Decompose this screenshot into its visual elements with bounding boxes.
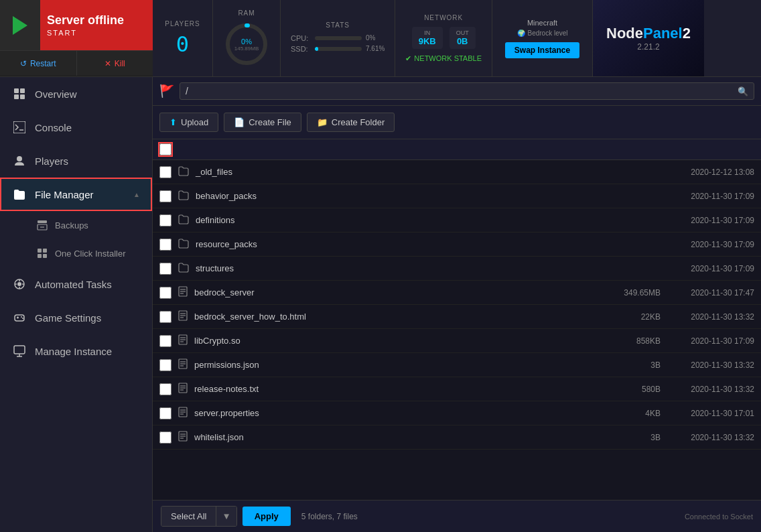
ram-label: RAM [238,9,255,17]
user-icon [12,153,27,168]
sidebar-item-file-manager[interactable]: File Manager ▲ [0,178,152,211]
manage-instance-label: Manage Instance [35,346,112,357]
file-name: structures [196,263,594,273]
network-stable-badge: ✔ NETWORK STABLE [405,54,482,63]
restart-icon: ↺ [20,59,27,68]
path-search-wrap[interactable]: 🔍 [180,82,754,100]
folder-file-icon [178,165,189,178]
sidebar-item-players[interactable]: Players [0,144,152,178]
select-all-checkbox[interactable] [159,143,171,155]
players-value: 0 [176,31,189,57]
file-name: definitions [196,215,594,225]
file-doc-icon [178,383,188,395]
kill-label: Kill [115,59,125,68]
ram-sub: 145.89MB [234,45,259,51]
automated-tasks-label: Automated Tasks [35,279,112,290]
network-out: OUT 0B [449,27,476,49]
file-checkbox[interactable] [159,431,171,444]
create-folder-label: Create Folder [332,117,385,127]
select-all-button[interactable]: Select All [161,507,216,526]
cpu-pct: 0% [366,34,375,42]
ssd-pct: 7.61% [366,45,385,52]
file-date: 2020-11-30 17:09 [661,336,754,346]
file-row: bedrock_server_how_to.html22KB2020-11-30… [153,305,761,329]
sidebar-item-console[interactable]: Console [0,111,152,144]
path-bar-icon: 🚩 [159,84,174,98]
file-checkbox[interactable] [159,166,171,178]
sidebar-item-one-click-installer[interactable]: One Click Installer [0,239,152,267]
file-checkbox[interactable] [159,263,171,275]
upload-button[interactable]: ⬆ Upload [159,113,218,132]
file-row: behavior_packs2020-11-30 17:09 [153,184,761,208]
cpu-label: CPU: [291,34,311,42]
file-size: 858KB [594,336,661,346]
kill-button[interactable]: ✕ Kill [77,50,153,76]
file-row: whitelist.json3B2020-11-30 13:32 [153,425,761,450]
select-all-dropdown-arrow[interactable]: ▼ [216,507,236,526]
file-doc-icon [178,286,188,299]
file-name: permissions.json [194,360,594,370]
file-checkbox[interactable] [159,383,171,395]
file-count: 5 folders, 7 files [301,512,358,521]
create-folder-button[interactable]: 📁 Create Folder [307,113,395,132]
file-date: 2020-11-30 17:09 [661,192,754,201]
file-row: resource_packs2020-11-30 17:09 [153,232,761,257]
minecraft-section: Minecraft 🌍 Bedrock level Swap Instance [492,0,593,76]
start-button[interactable] [0,0,40,50]
connected-status: Connected to Socket [685,513,753,521]
players-label: PLAYERS [165,20,200,27]
ram-pct: 0% [234,37,259,45]
file-checkbox[interactable] [159,311,171,323]
terminal-icon [12,120,27,135]
sidebar-item-automated-tasks[interactable]: Automated Tasks [0,267,152,301]
file-checkbox[interactable] [159,335,171,347]
file-checkbox[interactable] [159,359,171,371]
apply-button[interactable]: Apply [243,507,291,526]
file-checkbox[interactable] [159,287,171,299]
backups-label: Backups [55,220,88,230]
file-checkbox[interactable] [159,190,171,202]
file-date: 2020-11-30 17:09 [661,216,754,225]
swap-instance-button[interactable]: Swap Instance [505,42,579,58]
sidebar: Overview Console Players [0,77,153,532]
file-row: libCrypto.so858KB2020-11-30 17:09 [153,329,761,353]
folder-file-icon [178,190,189,202]
instance-icon [12,344,27,358]
file-checkbox[interactable] [159,407,171,419]
bedrock-icon: 🌍 [517,29,525,37]
server-offline-text: Server offline [47,13,124,27]
svg-rect-12 [38,249,42,253]
file-name: bedrock_server_how_to.html [194,312,594,322]
file-row: release-notes.txt580B2020-11-30 13:32 [153,377,761,401]
sidebar-item-overview[interactable]: Overview [0,77,152,111]
sidebar-item-manage-instance[interactable]: Manage Instance [0,334,152,368]
ssd-row: SSD: 7.61% [291,45,385,53]
collapse-icon: ▲ [133,191,140,198]
restart-button[interactable]: ↺ Restart [0,50,77,76]
file-name: release-notes.txt [194,384,594,394]
svg-rect-15 [43,254,47,258]
svg-point-26 [22,318,23,319]
sidebar-item-backups[interactable]: Backups [0,211,152,239]
file-checkbox[interactable] [159,214,171,226]
restart-label: Restart [30,59,56,68]
create-file-button[interactable]: 📄 Create File [224,113,301,132]
archive-icon [35,218,50,232]
automated-tasks-icon [12,277,27,291]
path-input[interactable] [186,86,734,96]
file-date: 2020-12-12 13:08 [661,168,754,177]
file-name: bedrock_server [194,287,594,297]
file-row: definitions2020-11-30 17:09 [153,208,761,232]
file-date: 2020-11-30 17:09 [661,264,754,273]
check-icon: ✔ [405,54,411,63]
svg-rect-27 [14,346,25,354]
network-stable-label: NETWORK STABLE [414,54,482,62]
svg-rect-2 [14,88,19,93]
bedrock-label: 🌍 Bedrock level [517,29,568,37]
file-checkbox[interactable] [159,239,171,251]
start-icon [13,16,27,35]
game-settings-label: Game Settings [35,312,101,324]
sidebar-item-game-settings[interactable]: Game Settings [0,301,152,334]
file-date: 2020-11-30 13:32 [661,360,754,370]
gamepad-icon [12,310,27,325]
